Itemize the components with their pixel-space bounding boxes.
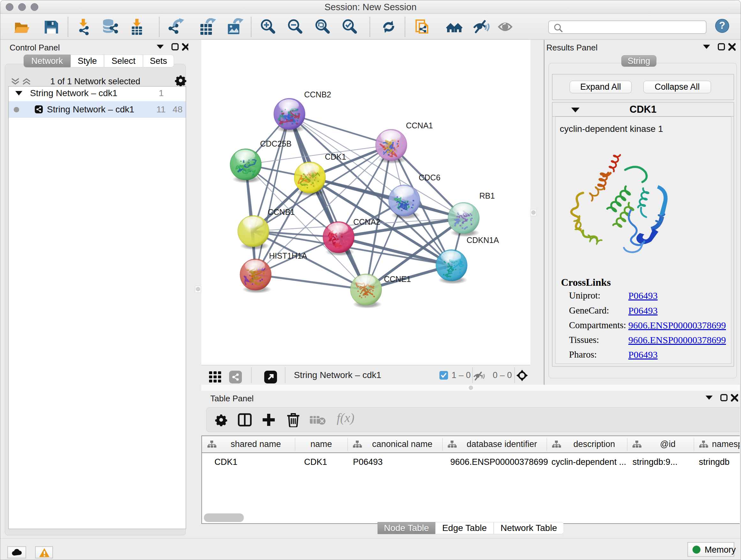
svg-text:CCNA2: CCNA2 [353, 217, 381, 226]
svg-text:RB1: RB1 [479, 191, 495, 200]
svg-text:CDKN1A: CDKN1A [467, 236, 499, 245]
svg-text:CCNE1: CCNE1 [384, 274, 411, 284]
svg-text:HIST1H1A: HIST1H1A [269, 251, 307, 260]
svg-text:CDC25B: CDC25B [260, 139, 292, 148]
svg-text:CCNA1: CCNA1 [406, 121, 433, 130]
svg-text:CDK1: CDK1 [325, 152, 346, 161]
svg-text:CDC6: CDC6 [419, 173, 441, 182]
svg-text:CCNB2: CCNB2 [304, 90, 331, 99]
svg-text:?: ? [719, 20, 725, 31]
svg-text:CCNB1: CCNB1 [268, 207, 295, 216]
